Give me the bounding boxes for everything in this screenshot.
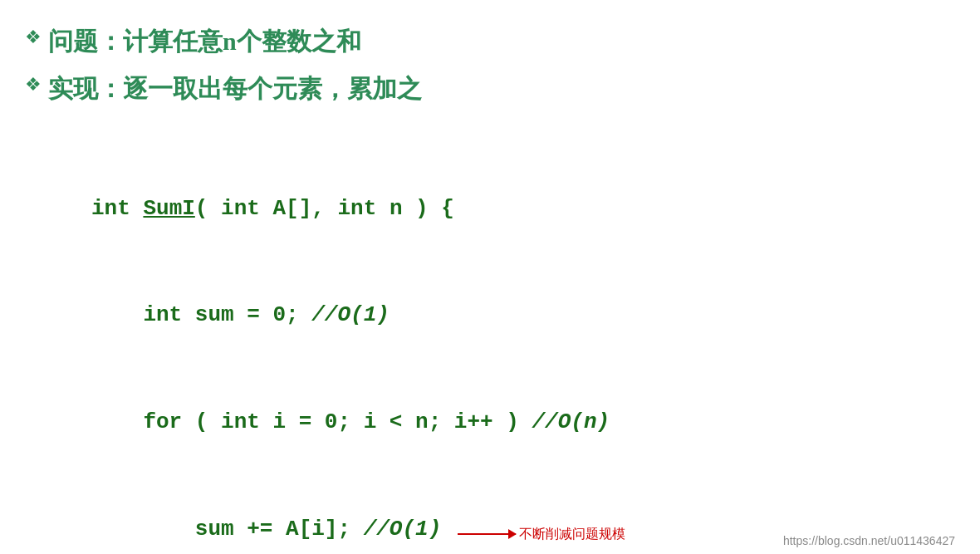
code-line-1: int SumI( int A[], int n ) {: [91, 191, 955, 227]
arrow-line: [458, 533, 516, 535]
bullet-text-2: 实现：逐一取出每个元素，累加之: [48, 72, 422, 105]
annotation-text: 不断削减问题规模: [519, 523, 625, 545]
bullet-text-1: 问题：计算任意n个整数之和: [48, 25, 361, 57]
comment-3: //O(1): [364, 517, 442, 542]
code-line-3: for ( int i = 0; i < n; i++ ) //O(n): [91, 404, 955, 440]
code-line-2: int sum = 0; //O(1): [91, 297, 955, 333]
code-block: int SumI( int A[], int n ) { int sum = 0…: [91, 120, 955, 554]
bullet-item-1: ❖ 问题：计算任意n个整数之和: [25, 25, 955, 57]
arrow-annotation: 不断削减问题规模: [458, 523, 625, 545]
bullet-item-2: ❖ 实现：逐一取出每个元素，累加之: [25, 72, 955, 105]
comment-1: //O(1): [311, 302, 390, 327]
function-name: SumI: [143, 196, 194, 221]
diamond-icon-1: ❖: [25, 27, 42, 48]
footer-url: https://blog.csdn.net/u011436427: [783, 534, 955, 547]
comment-2: //O(n): [532, 409, 610, 434]
slide-container: ❖ 问题：计算任意n个整数之和 ❖ 实现：逐一取出每个元素，累加之 int Su…: [0, 0, 980, 554]
diamond-icon-2: ❖: [25, 74, 42, 96]
